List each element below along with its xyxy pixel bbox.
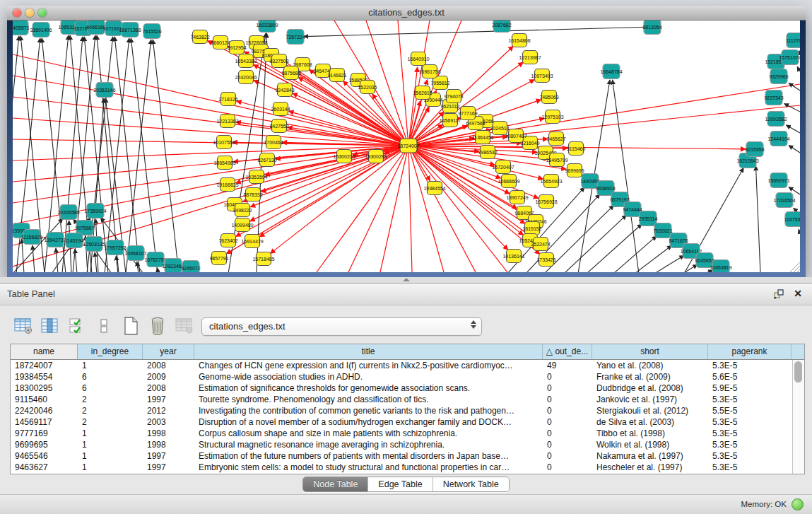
delete-table-icon[interactable]	[147, 316, 167, 337]
column-header-name[interactable]: name	[11, 344, 78, 359]
graph-node[interactable]: 10107553	[213, 136, 235, 149]
graph-node[interactable]: 2718126	[218, 93, 237, 106]
graph-node[interactable]: 1145194	[65, 233, 84, 248]
select-all-icon[interactable]	[66, 316, 87, 337]
graph-node[interactable]: 9857791	[209, 252, 228, 265]
graph-node[interactable]: 15692971	[767, 173, 789, 188]
graph-node[interactable]: 14099489	[231, 218, 253, 232]
table-options-icon[interactable]	[13, 316, 33, 337]
graph-node[interactable]: 12213383	[216, 115, 238, 128]
column-header-year[interactable]: year	[143, 344, 194, 359]
graph-node[interactable]: 16033809	[256, 21, 278, 33]
new-table-icon[interactable]	[120, 316, 141, 337]
graph-node[interactable]: 16353594	[245, 170, 267, 184]
graph-node[interactable]: 15718485	[252, 252, 274, 266]
scrollbar-thumb[interactable]	[794, 361, 802, 382]
graph-node[interactable]: 12093582	[765, 112, 787, 127]
graph-node[interactable]: 9245072	[181, 261, 200, 273]
table-row[interactable]: 911546021997Tourette syndrome. Phenomeno…	[11, 394, 804, 405]
column-header-in_degree[interactable]: in_degree	[78, 344, 143, 359]
graph-node[interactable]: 3498222	[233, 204, 252, 217]
table-row[interactable]: 946554611997Estimation of the future num…	[11, 450, 804, 462]
window-title-bar[interactable]: citations_edges.txt	[7, 6, 806, 21]
graph-node[interactable]: 16756928	[535, 195, 557, 209]
graph-node[interactable]: 8267130	[257, 153, 276, 167]
graph-node[interactable]: 2522474	[531, 238, 550, 251]
graph-node[interactable]: 14569117	[440, 114, 461, 127]
table-selector-dropdown[interactable]: citations_edges.txt	[201, 317, 482, 336]
table-row[interactable]: 1938455462009Genome-wide association stu…	[11, 371, 804, 382]
table-row[interactable]: 1830029562008Estimation of significance …	[11, 382, 804, 394]
column-header-pagerank[interactable]: pagerank	[708, 344, 792, 359]
graph-node[interactable]: 17957253	[104, 240, 126, 255]
table-row[interactable]: 946362711997Embryonic stem cells: a mode…	[11, 462, 804, 473]
graph-node[interactable]: 9146821	[327, 69, 346, 82]
graph-node[interactable]: 7615526	[142, 24, 161, 39]
graph-node[interactable]: 33691406	[30, 23, 52, 37]
graph-node[interactable]: 9227343	[764, 90, 783, 105]
graph-node[interactable]: 9465627	[546, 132, 565, 146]
graph-node[interactable]: 7357224	[286, 30, 305, 45]
graph-node[interactable]: 10973493	[531, 69, 553, 83]
column-header-title[interactable]: title	[194, 344, 543, 359]
graph-node[interactable]: 8215958	[745, 142, 764, 157]
graph-node[interactable]: 15654923	[540, 175, 562, 188]
graph-node[interactable]: 7485063	[539, 90, 558, 104]
graph-node[interactable]: 20353146	[93, 83, 115, 98]
graph-node[interactable]: 5878332	[243, 188, 262, 201]
graph-node[interactable]: 9777169	[458, 107, 477, 120]
graph-node[interactable]: 1562615	[413, 86, 432, 100]
graph-node[interactable]: 12213987	[519, 51, 541, 64]
graph-node[interactable]: 19384554	[423, 182, 445, 195]
graph-node[interactable]: 12503135	[83, 237, 105, 252]
graph-node[interactable]: 14136141	[502, 250, 524, 263]
graph-node[interactable]: 1167531	[784, 212, 800, 227]
float-panel-icon[interactable]	[774, 289, 784, 299]
graph-node[interactable]: 9115460	[567, 142, 586, 156]
table-row[interactable]: 1456911722003Disruption of a novel membe…	[11, 416, 804, 428]
graph-node[interactable]: 10688609	[498, 175, 519, 188]
graph-node[interactable]: 5875685	[281, 66, 300, 80]
graph-node[interactable]: 18654985	[213, 156, 235, 170]
graph-node[interactable]: 2935114	[639, 211, 658, 226]
tab-network-table[interactable]: Network Table	[433, 477, 509, 491]
graph-node[interactable]: 16640910	[407, 52, 429, 66]
graph-node[interactable]: 9329966	[769, 69, 788, 84]
graph-node[interactable]: 7986532	[478, 146, 497, 159]
graph-node[interactable]: 13942737	[44, 233, 66, 247]
graph-node[interactable]: 15751074	[779, 50, 800, 65]
graph-node[interactable]: 5912954	[227, 41, 246, 54]
vertical-scrollbar[interactable]	[792, 360, 804, 474]
graph-node[interactable]: 18724007	[397, 139, 419, 153]
graph-node[interactable]: 1733426	[536, 253, 555, 267]
graph-node[interactable]: 8813054	[642, 21, 661, 35]
graph-node[interactable]: 10653819	[710, 260, 731, 273]
graph-node[interactable]: 1112704	[786, 33, 800, 48]
table-row[interactable]: 1872400712008Changes of HCN gene express…	[11, 360, 804, 371]
panel-splitter[interactable]	[0, 277, 812, 283]
canvas-resize-grip-icon[interactable]	[790, 262, 800, 272]
graph-node[interactable]: 1405571	[13, 21, 30, 35]
graph-node[interactable]: 2603144	[271, 103, 290, 116]
graph-node[interactable]: 20206586	[57, 205, 79, 220]
show-columns-icon[interactable]	[40, 316, 60, 337]
graph-node[interactable]: 11156829	[21, 230, 42, 245]
column-header-short[interactable]: short	[592, 344, 708, 359]
graph-node[interactable]: 17359924	[84, 204, 106, 218]
graph-node[interactable]: 17016504	[773, 193, 795, 208]
splitter-grip-icon[interactable]	[403, 278, 410, 281]
tab-edge-table[interactable]: Edge Table	[368, 477, 433, 491]
graph-node[interactable]: 10958107	[124, 246, 146, 261]
checkbox-column-icon[interactable]	[93, 316, 114, 337]
graph-node[interactable]: 9699695	[565, 164, 584, 177]
import-table-icon[interactable]	[174, 316, 194, 337]
close-panel-icon[interactable]: ✕	[794, 288, 802, 299]
graph-node[interactable]: 7623402	[218, 234, 237, 247]
graph-node[interactable]: 12444194	[767, 132, 789, 146]
graph-node[interactable]: 7463822	[190, 30, 209, 44]
table-row[interactable]: 977716911998Corpus callosum shape and si…	[11, 428, 804, 439]
graph-node[interactable]: 1615152	[522, 222, 541, 235]
graph-node[interactable]: 9242843	[275, 83, 294, 97]
graph-node[interactable]: 15720407	[492, 160, 514, 174]
graph-node[interactable]: 16671368	[119, 23, 141, 37]
